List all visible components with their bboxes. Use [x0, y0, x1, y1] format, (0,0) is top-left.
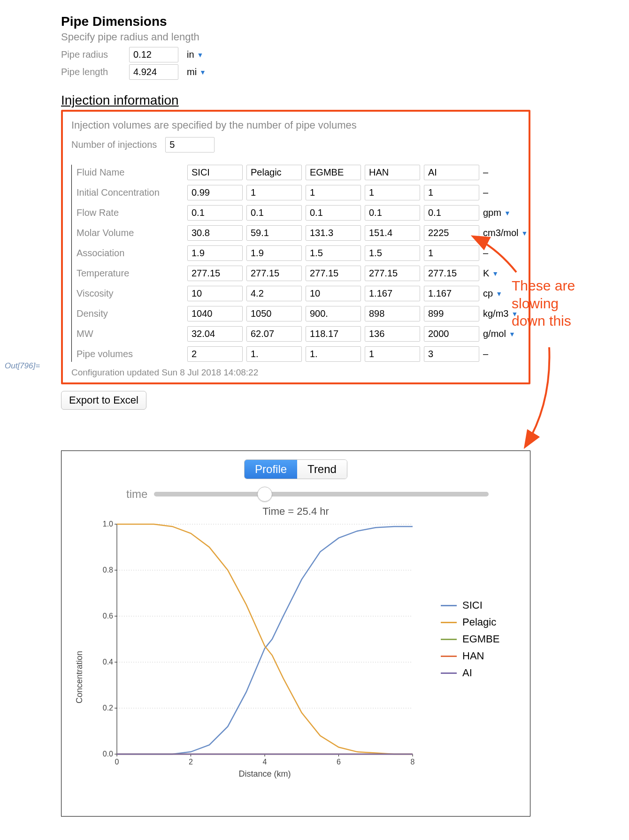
injection-table: Fluid Name–Initial Concentration–Flow Ra… [71, 165, 520, 362]
concentration-chart: 0.00.20.40.60.81.002468Distance (km) Con… [84, 519, 422, 782]
table-cell-input[interactable] [424, 306, 479, 321]
pipe-length-input[interactable] [129, 64, 178, 80]
table-cell-input[interactable] [306, 346, 361, 362]
table-cell-input[interactable] [187, 245, 243, 261]
table-cell-input[interactable] [424, 266, 479, 281]
table-cell-input[interactable] [246, 165, 302, 180]
table-cell-input[interactable] [246, 326, 302, 342]
config-timestamp: Configuration updated Sun 8 Jul 2018 14:… [71, 367, 520, 378]
table-cell-input[interactable] [424, 346, 479, 362]
table-cell-input[interactable] [246, 266, 302, 281]
pipe-length-unit-text: mi [187, 67, 197, 77]
table-cell-input[interactable] [187, 306, 243, 321]
row-label: MW [77, 328, 184, 339]
table-cell-input[interactable] [424, 205, 479, 221]
time-slider[interactable] [154, 492, 489, 496]
svg-text:0.4: 0.4 [103, 658, 113, 666]
legend-swatch [441, 656, 457, 657]
table-cell-input[interactable] [306, 306, 361, 321]
table-cell-input[interactable] [306, 225, 361, 241]
unit-text: gpm [483, 207, 501, 218]
svg-text:0.8: 0.8 [103, 566, 113, 574]
table-cell-input[interactable] [306, 245, 361, 261]
table-cell-input[interactable] [246, 306, 302, 321]
table-cell-input[interactable] [246, 185, 302, 200]
table-cell-input[interactable] [187, 165, 243, 180]
svg-text:8: 8 [411, 758, 415, 766]
chevron-down-icon: ▼ [199, 69, 206, 76]
pipe-radius-label: Pipe radius [61, 49, 129, 60]
unit-text: cp [483, 288, 493, 299]
table-cell-input[interactable] [246, 225, 302, 241]
table-cell-input[interactable] [424, 185, 479, 200]
row-label: Fluid Name [77, 167, 184, 178]
table-cell-input[interactable] [246, 205, 302, 221]
num-injections-input[interactable] [165, 137, 215, 153]
pipe-dimensions-heading: Pipe Dimensions [61, 14, 530, 29]
table-cell-input[interactable] [187, 346, 243, 362]
legend-label: AI [462, 667, 472, 679]
table-cell-input[interactable] [306, 205, 361, 221]
unit-text: – [483, 167, 488, 178]
pipe-radius-unit-dropdown[interactable]: in ▼ [187, 49, 203, 60]
table-cell-input[interactable] [246, 346, 302, 362]
export-excel-button[interactable]: Export to Excel [61, 391, 146, 410]
table-cell-input[interactable] [187, 266, 243, 281]
time-slider-handle[interactable] [257, 487, 272, 502]
legend-item: HAN [441, 650, 499, 662]
table-cell-input[interactable] [424, 225, 479, 241]
table-cell-input[interactable] [246, 286, 302, 301]
plot-panel: Profile Trend time Time = 25.4 hr 0.00.2… [61, 451, 530, 817]
pipe-radius-input[interactable] [129, 47, 178, 62]
table-cell-input[interactable] [365, 205, 420, 221]
num-injections-label: Number of injections [71, 139, 157, 150]
table-cell-input[interactable] [365, 245, 420, 261]
table-cell-input[interactable] [424, 326, 479, 342]
chart-legend: SICIPelagicEGMBEHANAI [441, 595, 499, 684]
pipe-length-unit-dropdown[interactable]: mi ▼ [187, 67, 206, 77]
row-label: Temperature [77, 268, 184, 279]
tab-trend[interactable]: Trend [297, 460, 347, 479]
svg-text:0: 0 [115, 758, 119, 766]
unit-static: – [483, 248, 544, 259]
row-label: Flow Rate [77, 207, 184, 218]
table-cell-input[interactable] [365, 266, 420, 281]
table-cell-input[interactable] [424, 286, 479, 301]
table-cell-input[interactable] [365, 225, 420, 241]
row-label: Association [77, 248, 184, 259]
tab-profile[interactable]: Profile [245, 460, 297, 479]
table-cell-input[interactable] [365, 306, 420, 321]
table-cell-input[interactable] [187, 185, 243, 200]
table-cell-input[interactable] [365, 286, 420, 301]
unit-dropdown[interactable]: g/mol▼ [483, 328, 544, 339]
table-cell-input[interactable] [306, 266, 361, 281]
legend-swatch [441, 622, 457, 623]
table-cell-input[interactable] [306, 165, 361, 180]
table-cell-input[interactable] [365, 165, 420, 180]
table-cell-input[interactable] [187, 205, 243, 221]
table-cell-input[interactable] [424, 245, 479, 261]
time-slider-label: time [126, 488, 147, 501]
svg-text:1.0: 1.0 [103, 520, 113, 528]
injection-sub: Injection volumes are specified by the n… [71, 119, 520, 131]
chevron-down-icon: ▼ [522, 229, 528, 237]
row-label: Initial Concentration [77, 187, 184, 198]
table-cell-input[interactable] [306, 185, 361, 200]
table-cell-input[interactable] [187, 286, 243, 301]
table-cell-input[interactable] [306, 286, 361, 301]
table-cell-input[interactable] [424, 165, 479, 180]
table-cell-input[interactable] [365, 185, 420, 200]
legend-label: EGMBE [462, 633, 499, 645]
table-cell-input[interactable] [306, 326, 361, 342]
table-cell-input[interactable] [187, 225, 243, 241]
unit-text: g/mol [483, 328, 506, 339]
chevron-down-icon: ▼ [197, 51, 204, 59]
table-cell-input[interactable] [365, 326, 420, 342]
unit-dropdown[interactable]: gpm▼ [483, 207, 544, 218]
table-cell-input[interactable] [365, 346, 420, 362]
unit-dropdown[interactable]: cm3/mol▼ [483, 228, 544, 238]
svg-text:0.2: 0.2 [103, 704, 113, 712]
table-cell-input[interactable] [246, 245, 302, 261]
table-cell-input[interactable] [187, 326, 243, 342]
injection-heading: Injection information [61, 93, 530, 108]
